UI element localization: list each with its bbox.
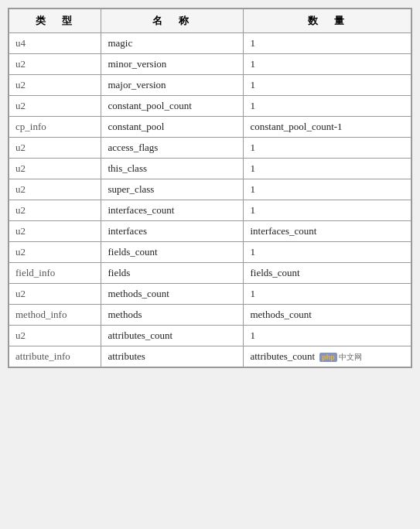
cell-name: this_class	[101, 159, 244, 179]
cell-count: 1	[244, 284, 411, 305]
cell-count: attributes_countphp中文网	[244, 346, 411, 367]
cell-type: u2	[9, 75, 101, 96]
table-row: field_infofieldsfields_count	[9, 263, 411, 284]
cell-type: u2	[9, 138, 101, 159]
cell-name: access_flags	[101, 138, 244, 159]
cell-count: 1	[244, 159, 411, 179]
table-row: method_infomethodsmethods_count	[9, 305, 411, 326]
cell-name: constant_pool	[101, 117, 244, 138]
table-row: u2interfacesinterfaces_count	[9, 221, 411, 242]
cell-type: cp_info	[9, 117, 101, 138]
table-row: cp_infoconstant_poolconstant_pool_count-…	[9, 117, 411, 138]
cell-type: u2	[9, 54, 101, 75]
cell-count: 1	[244, 33, 411, 54]
table-row: u4magic1	[9, 33, 411, 54]
table-row: u2this_class1	[9, 159, 411, 179]
table-row: u2minor_version1	[9, 54, 411, 75]
cell-count: 1	[244, 200, 411, 221]
cell-name: minor_version	[101, 54, 244, 75]
cell-count: 1	[244, 96, 411, 117]
cell-count: 1	[244, 138, 411, 159]
table-row: u2interfaces_count1	[9, 200, 411, 221]
cell-count: methods_count	[244, 305, 411, 326]
cell-type: u2	[9, 200, 101, 221]
cell-type: u2	[9, 242, 101, 263]
table-row: attribute_infoattributesattributes_count…	[9, 346, 411, 367]
table-row: u2fields_count1	[9, 242, 411, 263]
cell-name: major_version	[101, 75, 244, 96]
cell-type: field_info	[9, 263, 101, 284]
cell-type: attribute_info	[9, 346, 101, 367]
col-name: 名 称	[101, 9, 244, 33]
table-row: u2constant_pool_count1	[9, 96, 411, 117]
cell-name: interfaces_count	[101, 200, 244, 221]
class-structure-table: 类 型 名 称 数 量 u4magic1u2minor_version1u2ma…	[9, 9, 411, 367]
cell-count: 1	[244, 242, 411, 263]
table-row: u2methods_count1	[9, 284, 411, 305]
table-row: u2super_class1	[9, 179, 411, 200]
table-row: u2access_flags1	[9, 138, 411, 159]
cell-count: interfaces_count	[244, 221, 411, 242]
cell-name: constant_pool_count	[101, 96, 244, 117]
cell-type: u2	[9, 179, 101, 200]
cell-type: u2	[9, 96, 101, 117]
cell-count: constant_pool_count-1	[244, 117, 411, 138]
table-row: u2major_version1	[9, 75, 411, 96]
cell-count: 1	[244, 54, 411, 75]
cell-type: method_info	[9, 305, 101, 326]
table-header-row: 类 型 名 称 数 量	[9, 9, 411, 33]
cell-name: methods	[101, 305, 244, 326]
col-count: 数 量	[244, 9, 411, 33]
table-row: u2attributes_count1	[9, 326, 411, 346]
cell-type: u2	[9, 326, 101, 346]
php-watermark-badge: php	[319, 353, 337, 362]
cell-name: fields	[101, 263, 244, 284]
cell-type: u4	[9, 33, 101, 54]
cell-name: methods_count	[101, 284, 244, 305]
cell-count: 1	[244, 75, 411, 96]
main-table-container: 类 型 名 称 数 量 u4magic1u2minor_version1u2ma…	[8, 8, 412, 368]
cell-type: u2	[9, 284, 101, 305]
cell-count: fields_count	[244, 263, 411, 284]
cell-type: u2	[9, 159, 101, 179]
cell-name: fields_count	[101, 242, 244, 263]
cell-name: super_class	[101, 179, 244, 200]
cell-count: 1	[244, 326, 411, 346]
cell-name: interfaces	[101, 221, 244, 242]
cell-type: u2	[9, 221, 101, 242]
cell-count: 1	[244, 179, 411, 200]
cell-name: magic	[101, 33, 244, 54]
cell-name: attributes	[101, 346, 244, 367]
col-type: 类 型	[9, 9, 101, 33]
cell-name: attributes_count	[101, 326, 244, 346]
php-watermark-text: 中文网	[339, 353, 362, 361]
